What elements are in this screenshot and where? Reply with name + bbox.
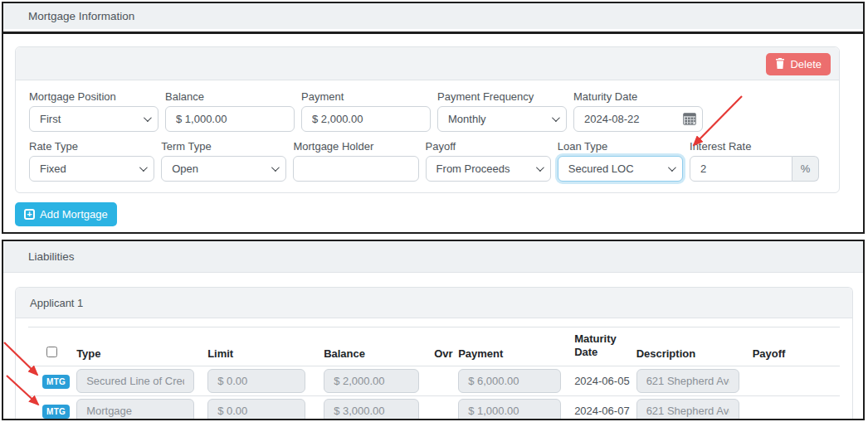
chevron-down-icon <box>271 163 280 172</box>
field-balance: Balance <box>165 90 295 132</box>
chevron-down-icon <box>536 163 544 172</box>
plus-icon: + <box>24 209 35 220</box>
col-payoff: Payoff <box>749 327 840 366</box>
payment-cell <box>455 395 571 419</box>
chevron-down-icon <box>139 163 148 172</box>
payoff-cell <box>749 395 840 419</box>
col-type: Type <box>73 327 204 366</box>
field-payoff: Payoff From Proceeds <box>426 140 551 182</box>
description-cell <box>633 366 749 395</box>
select-all-checkbox[interactable] <box>46 347 57 357</box>
mortgage-position-label: Mortgage Position <box>29 90 158 103</box>
field-maturity-date: Maturity Date <box>573 90 703 132</box>
field-payment-frequency: Payment Frequency Monthly <box>437 90 567 132</box>
payment-cell <box>455 366 571 395</box>
chevron-down-icon <box>144 114 152 122</box>
maturity-value: 2024-06-05 <box>574 375 630 387</box>
limit-cell <box>204 366 320 395</box>
type-input <box>76 399 194 420</box>
payment-label: Payment <box>301 90 431 103</box>
interest-rate-input[interactable] <box>690 156 792 182</box>
rate-type-label: Rate Type <box>29 140 154 153</box>
field-mortgage-holder: Mortgage Holder <box>293 140 418 182</box>
table-row: MTG 2024-06-07 <box>28 395 840 419</box>
maturity-date-label: Maturity Date <box>573 90 703 103</box>
col-payment: Payment <box>455 327 571 366</box>
table-row: MTG 2024-06-05 <box>28 366 840 395</box>
loan-type-select[interactable]: Secured LOC <box>558 156 683 182</box>
type-cell <box>73 395 204 419</box>
mortgage-panel-header: Mortgage Information <box>3 3 863 29</box>
description-input <box>636 399 739 420</box>
loan-type-value: Secured LOC <box>568 162 663 175</box>
mortgage-information-panel: Mortgage Information Delete Mortgage Pos… <box>2 2 865 234</box>
add-mortgage-button[interactable]: + Add Mortgage <box>15 202 117 226</box>
applicant-card-header: Applicant 1 <box>16 288 852 318</box>
col-limit: Limit <box>204 327 320 366</box>
type-cell <box>73 366 204 395</box>
mortgage-card-body: Mortgage Position First Balance Payment … <box>16 80 839 200</box>
applicant-title: Applicant 1 <box>30 297 83 309</box>
payment-frequency-label: Payment Frequency <box>437 90 567 103</box>
mortgage-panel-title: Mortgage Information <box>28 10 134 22</box>
balance-cell <box>320 366 434 395</box>
trash-icon <box>775 58 785 71</box>
balance-cell <box>320 395 434 419</box>
mortgage-form-row-1: Mortgage Position First Balance Payment … <box>29 90 826 132</box>
payment-input <box>458 369 561 393</box>
mortgage-holder-input[interactable] <box>293 156 418 182</box>
limit-cell <box>204 395 320 419</box>
field-rate-type: Rate Type Fixed <box>29 140 154 182</box>
limit-input <box>207 369 305 393</box>
payment-input <box>458 399 561 420</box>
panel-divider <box>3 32 863 34</box>
chevron-down-icon <box>552 114 560 122</box>
delete-button-label: Delete <box>790 58 822 70</box>
field-interest-rate: Interest Rate % <box>690 140 819 182</box>
term-type-label: Term Type <box>161 140 286 153</box>
loan-type-label: Loan Type <box>558 140 683 153</box>
liabilities-header-row: Type Limit Balance Ovr Payment Maturity … <box>28 327 840 366</box>
badge-cell: MTG <box>28 395 73 419</box>
mortgage-position-value: First <box>40 113 139 125</box>
maturity-cell: 2024-06-05 <box>571 366 633 395</box>
payment-frequency-select[interactable]: Monthly <box>437 106 567 132</box>
description-cell <box>633 395 749 419</box>
payoff-select[interactable]: From Proceeds <box>426 156 551 182</box>
mortgage-holder-label: Mortgage Holder <box>293 140 418 153</box>
type-input <box>76 369 194 393</box>
interest-rate-label: Interest Rate <box>690 140 819 153</box>
add-mortgage-label: Add Mortgage <box>40 208 108 221</box>
liabilities-panel-title: Liabilities <box>28 250 75 263</box>
mtg-badge: MTG <box>42 375 70 389</box>
payment-input[interactable] <box>301 106 431 132</box>
term-type-select[interactable]: Open <box>161 156 286 182</box>
description-input <box>636 369 739 393</box>
select-all-cell <box>28 327 73 366</box>
col-maturity-date: Maturity Date <box>571 327 633 366</box>
col-balance: Balance <box>320 327 434 366</box>
mortgage-position-select[interactable]: First <box>29 106 158 132</box>
ovr-cell <box>434 366 455 395</box>
liabilities-table: Type Limit Balance Ovr Payment Maturity … <box>28 327 840 419</box>
balance-label: Balance <box>165 90 295 103</box>
interest-rate-group: % <box>690 156 819 182</box>
balance-input <box>324 369 419 393</box>
field-mortgage-position: Mortgage Position First <box>29 90 158 132</box>
mortgage-card: Delete Mortgage Position First Balance P… <box>15 46 840 193</box>
calendar-icon[interactable] <box>683 113 696 129</box>
rate-type-select[interactable]: Fixed <box>29 156 154 182</box>
payoff-value: From Proceeds <box>436 162 531 175</box>
term-type-value: Open <box>172 162 266 175</box>
applicant-card-body: Type Limit Balance Ovr Payment Maturity … <box>16 318 852 419</box>
percent-addon: % <box>792 156 819 182</box>
mtg-badge: MTG <box>42 405 70 419</box>
delete-button[interactable]: Delete <box>766 53 831 75</box>
maturity-cell: 2024-06-07 <box>571 395 633 419</box>
applicant-card: Applicant 1 Type Limit Balance Ovr Payme… <box>15 287 853 419</box>
liabilities-panel-header: Liabilities <box>3 241 863 273</box>
field-loan-type: Loan Type Secured LOC <box>558 140 683 182</box>
balance-input <box>324 399 419 420</box>
balance-input[interactable] <box>165 106 295 132</box>
col-description: Description <box>633 327 749 366</box>
